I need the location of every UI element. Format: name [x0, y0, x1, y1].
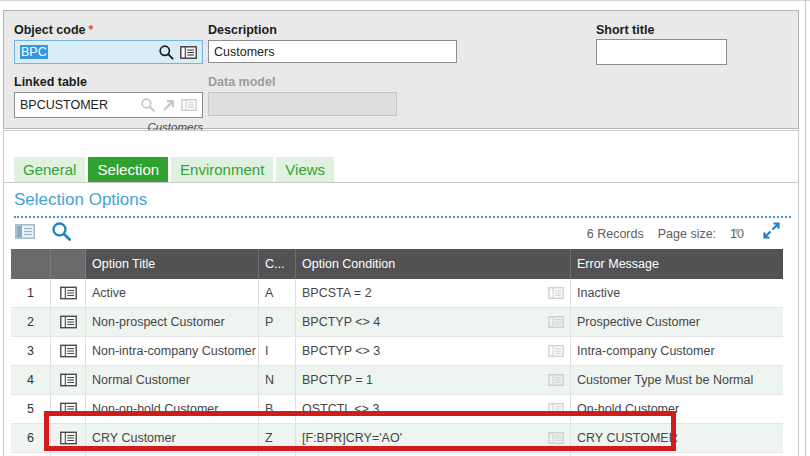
header-row-number	[11, 249, 51, 279]
cell-option-title[interactable]: Non-intra-company Customer	[86, 337, 259, 365]
detail-panel: General Selection Environment Views Sele…	[3, 130, 799, 456]
row-detail-button[interactable]	[51, 424, 86, 452]
cell-option-condition[interactable]: BPCTYP = 1	[296, 366, 571, 394]
cell-error-message[interactable]: Customer Type Must be Normal	[571, 366, 783, 394]
table-header-row: Option Title C... Option Condition Error…	[11, 249, 783, 279]
cell-option-title[interactable]: Active	[86, 279, 259, 307]
condition-detail-icon[interactable]	[548, 287, 564, 299]
records-count: 6 Records	[587, 227, 644, 241]
cell-error-message[interactable]: On-hold Customer	[571, 395, 783, 423]
tab-selection[interactable]: Selection	[88, 157, 168, 182]
table-row-highlighted: 6 CRY Customer Z [F:BPR]CRY='AO' CRY CUS…	[11, 424, 783, 453]
tab-underline	[4, 182, 798, 183]
header-option-title[interactable]: Option Title	[86, 249, 259, 279]
selection-options-table: Option Title C... Option Condition Error…	[11, 249, 783, 456]
condition-detail-icon[interactable]	[548, 345, 564, 357]
table-row: 5 Non-on-hold Customer B OSTCTL <> 3 On-…	[11, 395, 783, 424]
cell-condition-text: BPCTYP = 1	[302, 373, 373, 387]
cell-option-condition[interactable]: BPCTYP <> 4	[296, 308, 571, 336]
cell-code[interactable]: N	[259, 366, 296, 394]
search-icon-disabled	[140, 97, 156, 113]
object-code-input[interactable]: BPC	[14, 40, 203, 64]
tab-environment[interactable]: Environment	[171, 157, 273, 182]
tab-views[interactable]: Views	[276, 157, 334, 182]
page-size-label: Page size:	[658, 227, 716, 241]
condition-detail-icon[interactable]	[548, 403, 564, 415]
detail-card-icon[interactable]	[180, 46, 197, 59]
cell-condition-text: OSTCTL <> 3	[302, 402, 379, 416]
cell-code[interactable]: I	[259, 337, 296, 365]
cell-condition-text: BPCSTA = 2	[302, 286, 372, 300]
grid-detail-button[interactable]	[15, 224, 35, 239]
linked-table-input[interactable]: BPCUSTOMER	[14, 92, 203, 118]
table-row: 4 Normal Customer N BPCTYP = 1 Customer …	[11, 366, 783, 395]
row-number: 5	[11, 395, 51, 423]
tab-general[interactable]: General	[14, 157, 85, 182]
table-row: 3 Non-intra-company Customer I BPCTYP <>…	[11, 337, 783, 366]
detail-card-icon-disabled	[181, 99, 197, 111]
condition-detail-icon[interactable]	[548, 432, 564, 444]
short-title-input[interactable]	[596, 39, 727, 65]
window-top-border	[0, 0, 810, 1]
cell-option-title[interactable]: Non-prospect Customer	[86, 308, 259, 336]
section-divider	[14, 216, 791, 218]
row-number: 4	[11, 366, 51, 394]
cell-error-message[interactable]: Inactive	[571, 279, 783, 307]
row-detail-button[interactable]	[51, 279, 86, 307]
row-detail-button[interactable]	[51, 337, 86, 365]
cell-condition-text: BPCTYP <> 3	[302, 344, 380, 358]
description-label: Description	[208, 23, 277, 37]
table-body: 1 Active A BPCSTA = 2 Inactive 2 Non-pro…	[11, 279, 783, 456]
pagination-info: 6 Records Page size: 10	[564, 227, 744, 241]
object-code-selected-text: BPC	[20, 45, 48, 59]
header-option-condition[interactable]: Option Condition	[296, 249, 571, 279]
row-detail-button[interactable]	[51, 308, 86, 336]
expand-grid-icon[interactable]	[762, 221, 781, 240]
window-right-border	[805, 0, 806, 456]
description-input[interactable]	[208, 40, 457, 63]
cell-option-condition[interactable]: BPCSTA = 2	[296, 279, 571, 307]
object-code-label-text: Object code	[14, 23, 86, 37]
row-number: 1	[11, 279, 51, 307]
row-number: 3	[11, 337, 51, 365]
object-code-label: Object code*	[14, 23, 93, 37]
cell-error-message[interactable]: Intra-company Customer	[571, 337, 783, 365]
page-size-caret-icon[interactable]: ▾	[734, 223, 741, 239]
cell-code[interactable]: Z	[259, 424, 296, 452]
cell-option-title[interactable]: Normal Customer	[86, 366, 259, 394]
row-detail-button[interactable]	[51, 366, 86, 394]
table-row: 1 Active A BPCSTA = 2 Inactive	[11, 279, 783, 308]
cell-condition-text: BPCTYP <> 4	[302, 315, 380, 329]
cell-option-condition[interactable]: [F:BPR]CRY='AO'	[296, 424, 571, 452]
cell-error-message[interactable]: CRY CUSTOMER	[571, 424, 783, 452]
table-row: 2 Non-prospect Customer P BPCTYP <> 4 Pr…	[11, 308, 783, 337]
section-title: Selection Options	[14, 190, 147, 210]
grid-search-icon[interactable]	[51, 221, 72, 242]
cell-option-condition[interactable]: BPCTYP <> 3	[296, 337, 571, 365]
search-icon[interactable]	[158, 44, 175, 61]
header-row-actions	[51, 249, 86, 279]
cell-option-title[interactable]: Non-on-hold Customer	[86, 395, 259, 423]
condition-detail-icon[interactable]	[548, 316, 564, 328]
cell-option-title[interactable]: CRY Customer	[86, 424, 259, 452]
cell-code[interactable]: P	[259, 308, 296, 336]
cell-condition-text: [F:BPR]CRY='AO'	[302, 431, 402, 445]
row-number: 2	[11, 308, 51, 336]
row-detail-button[interactable]	[51, 395, 86, 423]
cell-error-message[interactable]: Prospective Customer	[571, 308, 783, 336]
linked-table-value: BPCUSTOMER	[20, 98, 108, 112]
row-number: 6	[11, 424, 51, 452]
data-model-input	[208, 92, 397, 116]
linked-table-label: Linked table	[14, 75, 87, 89]
cell-option-condition[interactable]: OSTCTL <> 3	[296, 395, 571, 423]
cell-code[interactable]: A	[259, 279, 296, 307]
condition-detail-icon[interactable]	[548, 374, 564, 386]
tunnel-link-icon	[161, 98, 176, 112]
short-title-label: Short title	[596, 23, 654, 37]
header-code[interactable]: C...	[259, 249, 296, 279]
header-error-message[interactable]: Error Message	[571, 249, 783, 279]
cell-code[interactable]: B	[259, 395, 296, 423]
header-form-panel: Object code* BPC Description Short title…	[3, 10, 799, 129]
data-model-label: Data model	[208, 75, 275, 89]
tab-bar: General Selection Environment Views	[14, 157, 334, 182]
